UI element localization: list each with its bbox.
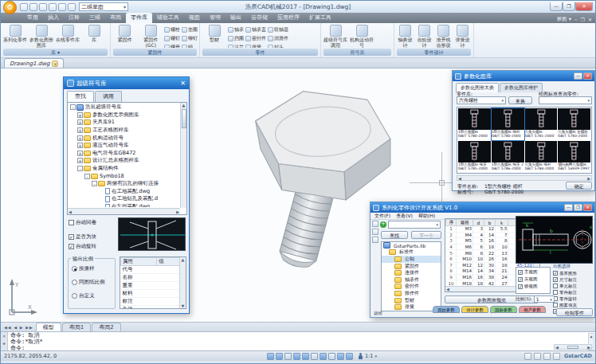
radio-selected-icon[interactable] bbox=[72, 266, 77, 272]
symbol-lib-button[interactable]: 超级符号库调用 bbox=[323, 24, 348, 48]
new-file-icon[interactable] bbox=[20, 3, 28, 11]
radio-icon[interactable] bbox=[72, 293, 77, 299]
restore-button[interactable]: ❐ bbox=[563, 2, 575, 11]
ribbon-group-label[interactable]: 符号库 bbox=[323, 49, 391, 56]
series-cell[interactable]: 24 bbox=[495, 274, 508, 280]
checked-box-icon[interactable]: ✓ bbox=[518, 284, 523, 289]
checked-box-icon[interactable]: ✓ bbox=[553, 277, 558, 282]
bulb-icon[interactable] bbox=[534, 353, 541, 360]
output-option[interactable]: 图案填充 bbox=[553, 302, 594, 308]
collapse-icon[interactable]: - bbox=[92, 181, 97, 186]
shaft-design-button[interactable]: 轴类设计 bbox=[396, 24, 414, 48]
checked-box-icon[interactable]: ✓ bbox=[553, 271, 558, 276]
param-close-button[interactable]: ✕ bbox=[583, 72, 592, 80]
series-cell[interactable]: 14 bbox=[484, 232, 495, 238]
tree-item[interactable]: -浩辰超级符号库 bbox=[69, 104, 179, 112]
tree-item[interactable]: 在车间装配.dwg bbox=[69, 203, 179, 207]
series-part-button[interactable]: 系列化零件 bbox=[2, 24, 28, 43]
ribbon-group-label[interactable]: 零件 bbox=[202, 49, 318, 56]
series-tree-item[interactable]: 操作件 bbox=[382, 290, 441, 297]
lube-button[interactable]: 润滑件 bbox=[268, 34, 288, 43]
ribbon-minimize-icon[interactable]: ─ bbox=[574, 17, 578, 22]
part-thumbnail[interactable]: 钢结构用六角螺栓GB/T 16939-1997 bbox=[558, 141, 590, 173]
palette-tab[interactable]: 调用 bbox=[95, 91, 122, 102]
series-cell[interactable]: 16 bbox=[484, 238, 495, 245]
checked-box-icon[interactable]: ✓ bbox=[518, 270, 523, 275]
ribbon-tab[interactable]: 视图 bbox=[184, 13, 205, 23]
series-cell[interactable]: 6 bbox=[472, 244, 484, 250]
polar-icon[interactable] bbox=[293, 353, 300, 360]
param-lib-button[interactable]: 参数化图形图库 bbox=[29, 24, 54, 48]
ribbon-tab[interactable]: 输出 bbox=[225, 13, 246, 23]
attr-row[interactable]: 备注 bbox=[121, 306, 180, 310]
tree-item[interactable]: 在工地装配.dwg bbox=[69, 188, 179, 196]
series-cell[interactable]: 13 bbox=[495, 250, 508, 256]
tree-vertical-scrollbar[interactable]: ▲ bbox=[180, 103, 186, 208]
screw-button[interactable]: 螺钉 bbox=[164, 34, 180, 43]
series-cell[interactable]: 14 bbox=[472, 268, 484, 275]
series-cell[interactable]: 34 bbox=[484, 268, 495, 275]
workspace-dropdown[interactable]: 二维草图 bbox=[79, 2, 128, 11]
series-close-button[interactable]: ✕ bbox=[583, 204, 592, 211]
series-cell[interactable]: 4 bbox=[446, 244, 457, 250]
series-cell[interactable]: 10 bbox=[495, 244, 508, 250]
bearing-cap-button[interactable]: 轴承盖 bbox=[245, 25, 266, 34]
ribbon-tab[interactable]: 零件库 bbox=[126, 13, 152, 23]
param-dialog-title-bar[interactable]: 参数化图库 — ✕ bbox=[453, 71, 594, 81]
ribbon-tab[interactable]: 插入 bbox=[43, 13, 64, 23]
series-cell[interactable]: 5.5 bbox=[495, 226, 508, 233]
series-tree-item[interactable]: 弹簧 bbox=[382, 303, 441, 311]
series-cell[interactable]: 22 bbox=[484, 250, 495, 256]
series-cell[interactable]: 4 bbox=[472, 232, 484, 238]
part-thumbnail[interactable]: 六角头螺栓 细杆GB/T 5784-2000 bbox=[525, 141, 558, 173]
view-option[interactable]: ✓俯视图 bbox=[518, 283, 548, 290]
series-cell[interactable]: 30 bbox=[484, 262, 495, 268]
part-thumbnail[interactable]: 六角头螺栓GB/T 5781-2000 bbox=[525, 108, 558, 140]
lwt-icon[interactable] bbox=[337, 353, 344, 360]
part-thumbnail[interactable]: 六角头螺栓 全螺纹GB/T 5783-2000 bbox=[558, 108, 590, 140]
series-cell[interactable]: 9 bbox=[446, 274, 457, 280]
draw-part-button[interactable]: 绘制零件 bbox=[556, 308, 593, 316]
unchecked-box-icon[interactable] bbox=[69, 220, 74, 225]
series-tree-item[interactable]: 公制 bbox=[382, 256, 441, 263]
nut-button[interactable]: 螺母 bbox=[164, 43, 180, 48]
interface-menu[interactable]: 界面 ▾ bbox=[557, 16, 571, 23]
series-header-cell[interactable]: d bbox=[472, 220, 484, 226]
spring-design-button[interactable]: 弹簧设计 bbox=[453, 24, 472, 48]
series-cell[interactable]: 26 bbox=[484, 256, 495, 262]
series-tree-item[interactable]: 标准件 bbox=[382, 249, 441, 256]
series-cell[interactable]: 1 bbox=[446, 226, 457, 233]
series-tree-item[interactable]: 紧固件 bbox=[382, 263, 441, 270]
ribbon-restore-icon[interactable]: ❐ bbox=[581, 17, 585, 22]
ring-button[interactable]: 挡圈 bbox=[228, 34, 244, 43]
layout-nav-arrows[interactable]: ◀◀ ◀ ▶ ▶▶ bbox=[4, 325, 33, 330]
palette-close-icon[interactable]: ✕ bbox=[180, 80, 186, 87]
series-cell[interactable]: 7 bbox=[495, 232, 508, 238]
series-cell[interactable]: M6 bbox=[457, 244, 473, 250]
ribbon-tab[interactable]: 管理 bbox=[205, 13, 225, 23]
series-tree-item[interactable]: 密封件 bbox=[382, 284, 441, 291]
series-cell[interactable]: 16 bbox=[472, 274, 484, 280]
series-cell[interactable]: M5 bbox=[457, 238, 473, 245]
ribbon-group-label[interactable]: 零件设计 bbox=[397, 49, 471, 56]
collapse-icon[interactable]: - bbox=[77, 166, 83, 171]
series-cell[interactable]: 8 bbox=[472, 250, 484, 256]
unchecked-box-icon[interactable] bbox=[553, 284, 558, 288]
ribbon-tab[interactable]: 扩展工具 bbox=[304, 13, 336, 23]
ribbon-group-label[interactable]: 库 ▾ bbox=[3, 49, 108, 56]
attr-row[interactable]: 重量 bbox=[121, 282, 180, 290]
find-button[interactable]: 查找 bbox=[381, 231, 408, 239]
palette-checkbox[interactable]: 自动回卷 bbox=[69, 219, 96, 226]
ribbon-tab[interactable]: 应用程序 bbox=[273, 13, 304, 23]
unchecked-box-icon[interactable] bbox=[553, 303, 558, 307]
lib-combo[interactable]: 六角螺栓 bbox=[457, 96, 506, 104]
ribbon-tab[interactable]: 常用 bbox=[22, 13, 43, 23]
checked-box-icon[interactable]: ✓ bbox=[69, 244, 74, 249]
palette-title-bar[interactable]: 超级符号库 ✕ bbox=[64, 77, 189, 89]
series-tree-item[interactable]: 法兰 bbox=[382, 311, 441, 311]
part-search-combo[interactable] bbox=[388, 221, 441, 229]
series-cell[interactable]: M3 bbox=[457, 226, 473, 233]
attr-value-cell[interactable] bbox=[157, 306, 180, 310]
tree-item[interactable]: +夹具库91 bbox=[69, 119, 179, 127]
collapse-icon[interactable]: - bbox=[70, 104, 76, 110]
